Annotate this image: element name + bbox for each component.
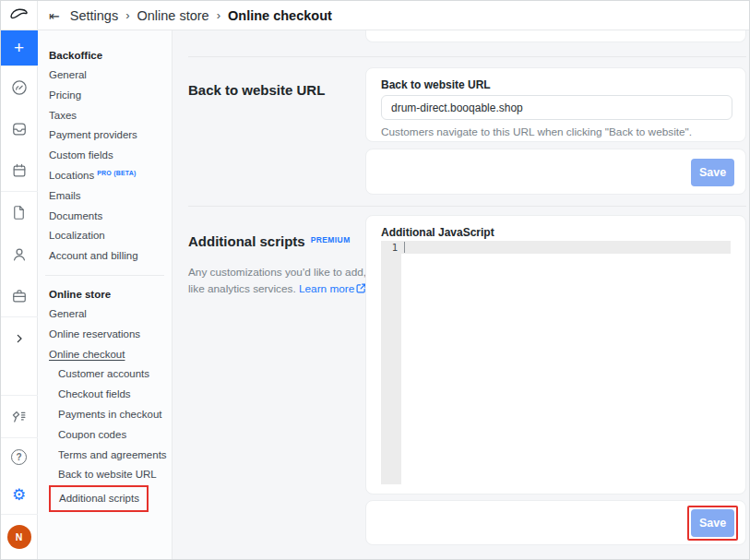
back-to-website-url-footer-card: Save [365, 149, 746, 195]
additional-javascript-label: Additional JavaScript [381, 226, 494, 239]
sidebar-item-account-and-billing[interactable]: Account and billing [38, 246, 172, 267]
document-icon [10, 204, 28, 221]
collapse-sidebar-icon[interactable]: ⇤ [49, 9, 60, 22]
sidebar-item-online-checkout[interactable]: Online checkout [38, 345, 172, 365]
calendar-nav[interactable] [1, 149, 38, 191]
additional-scripts-description: Any customizations you'd like to add, li… [188, 265, 371, 298]
previous-section-card-bottom [365, 30, 746, 42]
sidebar-item-locations[interactable]: LocationsPRO (BETA) [38, 166, 172, 186]
inbox-tray-icon [10, 120, 29, 138]
help-nav[interactable]: ? [1, 438, 38, 476]
top-bar: ⇤ Settings › Online store › Online check… [1, 1, 749, 30]
back-to-website-url-label: Back to website URL [381, 78, 491, 91]
sidebar-divider [45, 275, 164, 276]
sidebar-item-general[interactable]: General [38, 66, 172, 86]
sidebar-item-label: Additional scripts [59, 493, 139, 504]
sidebar-item-coupon-codes[interactable]: Coupon codes [38, 425, 172, 446]
breadcrumb-online-store[interactable]: Online store [137, 8, 208, 23]
barcode-scanner-icon [10, 408, 29, 426]
booqable-logo[interactable] [1, 1, 38, 30]
editor-line-number-gutter [381, 241, 401, 484]
sidebar-item-custom-fields[interactable]: Custom fields [38, 146, 172, 166]
app-window: ⇤ Settings › Online store › Online check… [0, 0, 750, 560]
breadcrumb-settings[interactable]: Settings [70, 8, 118, 23]
sidebar-item-checkout-fields[interactable]: Checkout fields [38, 385, 172, 405]
products-nav[interactable] [1, 275, 38, 316]
settings-content: Back to website URL Back to website URL … [173, 30, 749, 559]
calendar-icon [10, 161, 29, 180]
sidebar-item-back-to-website-url[interactable]: Back to website URL [38, 465, 172, 485]
barcode-scanner-nav[interactable] [1, 396, 38, 437]
back-to-website-url-card: Back to website URL Customers navigate t… [365, 67, 746, 142]
sidebar-item-taxes[interactable]: Taxes [38, 106, 172, 126]
back-to-website-url-input[interactable] [381, 95, 732, 120]
customers-nav[interactable] [1, 233, 38, 275]
settings-sidebar: Backoffice General Pricing Taxes Payment… [38, 30, 173, 559]
inbox-nav[interactable] [1, 108, 38, 149]
sidebar-item-terms-and-agreements[interactable]: Terms and agreements [38, 446, 172, 466]
sidebar-item-emails[interactable]: Emails [38, 186, 172, 207]
sidebar-item-additional-scripts[interactable]: Additional scripts [38, 485, 172, 509]
section-title-text: Additional scripts [188, 233, 305, 249]
sidebar-item-documents[interactable]: Documents [38, 207, 172, 227]
section-title-additional-scripts: Additional scriptsPREMIUM [188, 233, 351, 249]
dashboard-nav[interactable] [1, 66, 38, 108]
breadcrumb-separator-icon: › [217, 8, 220, 22]
sidebar-item-payment-providers[interactable]: Payment providers [38, 125, 172, 146]
gear-icon: ⚙ [12, 487, 26, 503]
save-button[interactable]: Save [691, 159, 734, 186]
save-button[interactable]: Save [691, 509, 734, 537]
sidebar-item-pricing[interactable]: Pricing [38, 86, 172, 106]
chevron-right-icon [12, 331, 27, 346]
sidebar-item-customer-accounts[interactable]: Customer accounts [38, 364, 172, 385]
pro-beta-badge: PRO (BETA) [97, 170, 136, 176]
editor-active-line [381, 241, 731, 254]
editor-line-number: 1 [381, 242, 398, 253]
sidebar-item-label: Locations [49, 170, 94, 181]
breadcrumb-online-checkout: Online checkout [228, 8, 332, 23]
section-divider [188, 206, 746, 207]
sidebar-item-online-reservations[interactable]: Online reservations [38, 325, 172, 345]
learn-more-link[interactable]: Learn more [299, 282, 354, 295]
user-avatar[interactable]: N [7, 525, 31, 549]
sidebar-item-localization[interactable]: Localization [38, 226, 172, 246]
user-icon [10, 245, 29, 264]
red-highlight-box: Additional scripts [49, 485, 149, 512]
premium-badge: PREMIUM [311, 235, 351, 244]
add-new-button[interactable]: + [1, 30, 38, 66]
breadcrumb: Settings › Online store › Online checkou… [70, 8, 332, 23]
javascript-code-editor[interactable]: 1 [381, 241, 731, 484]
gauge-icon [10, 78, 29, 97]
additional-scripts-footer-card: Save [365, 500, 746, 545]
sidebar-section-online-store: Online store [38, 284, 172, 304]
plus-icon: + [14, 38, 24, 58]
red-highlight-box: Save [687, 506, 738, 541]
additional-javascript-card: Additional JavaScript 1 [365, 215, 746, 494]
documents-nav[interactable] [1, 192, 38, 233]
avatar-area: N [1, 515, 38, 559]
back-to-website-url-helper: Customers navigate to this URL when clic… [381, 125, 692, 138]
settings-nav-active[interactable]: ⚙ [1, 476, 38, 514]
section-divider [188, 56, 746, 57]
product-box-icon [10, 287, 29, 305]
sidebar-item-online-general[interactable]: General [38, 304, 172, 325]
section-title-back-to-website-url: Back to website URL [188, 82, 325, 98]
help-icon: ? [11, 449, 27, 465]
sidebar-item-payments-in-checkout[interactable]: Payments in checkout [38, 405, 172, 425]
breadcrumb-separator-icon: › [125, 8, 129, 22]
app-icon-rail: + [1, 30, 38, 559]
expand-rail-button[interactable] [1, 317, 38, 359]
editor-text-cursor [404, 242, 405, 253]
booqable-logo-icon [8, 5, 30, 26]
sidebar-section-backoffice: Backoffice [38, 45, 172, 66]
